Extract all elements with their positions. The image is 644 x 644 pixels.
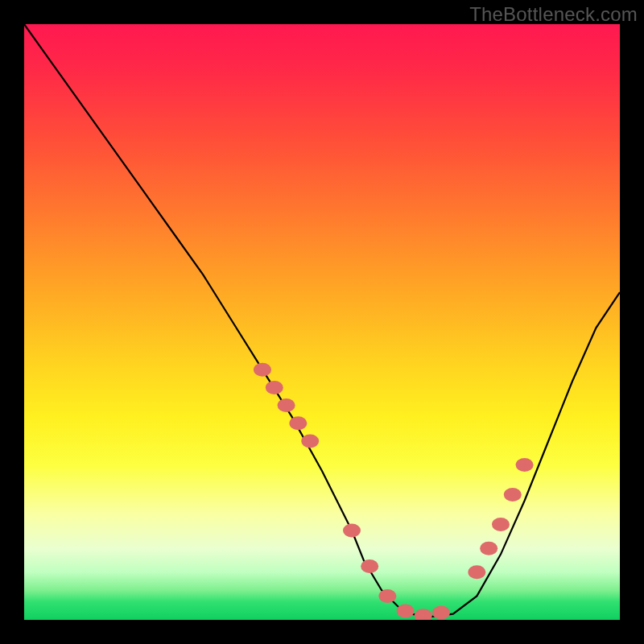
marker-dot	[254, 363, 271, 377]
marker-dot	[397, 604, 415, 617]
marker-dot	[361, 559, 378, 573]
marker-dot	[480, 542, 497, 555]
marker-dot	[278, 398, 295, 412]
marker-dot	[415, 609, 432, 620]
chart-svg	[24, 24, 620, 620]
marker-dot	[504, 488, 522, 502]
marker-dot	[492, 518, 510, 531]
curve-line	[24, 24, 620, 617]
chart-container	[24, 24, 620, 620]
marker-dot	[343, 524, 361, 538]
marker-dot	[378, 589, 396, 603]
marker-dot	[468, 565, 485, 579]
highlight-markers	[254, 363, 534, 620]
marker-dot	[516, 458, 534, 472]
marker-dot	[266, 381, 283, 394]
marker-dot	[301, 435, 319, 448]
watermark-text: TheBottleneck.com	[469, 3, 638, 26]
marker-dot	[289, 416, 307, 430]
marker-dot	[432, 606, 450, 620]
plot-area	[24, 24, 620, 620]
